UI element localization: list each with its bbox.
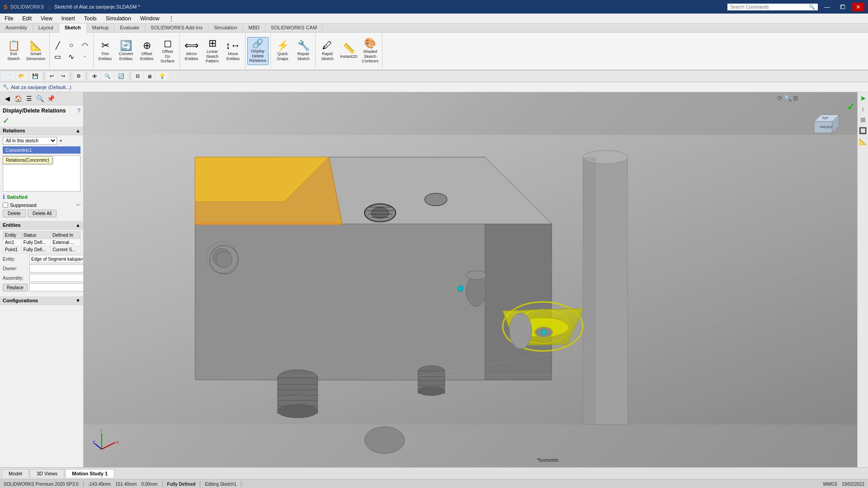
mirror-entities-btn[interactable]: ⟺ MirrorEntities [182,39,202,63]
view-cube-area[interactable]: FRONT TOP [803,97,844,138]
tb2-undo-btn[interactable]: ↩ [47,72,57,80]
tab-evaluate[interactable]: Evaluate [114,23,145,32]
filter-select[interactable]: All in this sketch Dangling Over Defined… [3,137,57,145]
accept-button[interactable]: ✓ [3,116,9,125]
menu-simulation[interactable]: Simulation [101,14,136,23]
viewport[interactable]: X Y Z *Isometric FRONT TOP [84,92,857,467]
tb2-display-btn[interactable]: 🖥 [144,72,155,80]
tab-sketch[interactable]: Sketch [59,23,87,33]
move-entities-btn[interactable]: ↕↔ MoveEntities [223,39,243,63]
tab-assembly[interactable]: Assembly [0,23,33,32]
tb2-view-btn[interactable]: 👁 [89,72,100,80]
svg-rect-18 [583,157,628,425]
right-icon-2[interactable]: ⊞ [859,115,867,124]
defined-point1: Current S... [51,246,80,253]
owner-field-value[interactable] [29,264,84,272]
tb2-new-btn[interactable]: 📄 [2,72,14,80]
display-delete-relations-icon: 🔗 [252,39,264,48]
smart-dimension-btn[interactable]: 📐 SmartDimension [24,39,47,63]
offset-on-surface-btn[interactable]: ◻ OffsetOnSurface [158,37,178,65]
assembly-field-value[interactable] [29,274,84,282]
delete-all-button[interactable]: Delete All [28,210,57,217]
menu-view[interactable]: View [36,14,57,23]
menu-file[interactable]: File [0,14,18,23]
offset-entities-btn[interactable]: ⊕ OffsetEntities [137,39,157,63]
menu-window[interactable]: Window [136,14,164,23]
tab-cam[interactable]: SOLIDWORKS CAM [265,23,323,32]
tab-mbd[interactable]: MBD [243,23,265,32]
tb2-rotate-btn[interactable]: 🔃 [115,72,127,80]
breadcrumb-item[interactable]: Alat za savijanje (Default...) [11,84,71,90]
menu-edit[interactable]: Edit [18,14,36,23]
panel-search-icon[interactable]: 🔍 [35,94,44,103]
configurations-section-header[interactable]: Configurations ▼ [0,296,83,305]
tab-addins[interactable]: SOLIDWORKS Add-Ins [145,23,208,32]
entities-section-header[interactable]: Entities ▲ [0,221,83,230]
tab-simulation[interactable]: Simulation [208,23,243,32]
entity-field-value[interactable] [29,255,84,263]
circle-btn[interactable]: ○ [65,40,78,51]
panel-title: Display/Delete Relations [3,108,66,114]
panel-list-icon[interactable]: ☰ [24,94,33,103]
delete-button[interactable]: Delete [3,210,26,217]
linear-sketch-pattern-btn[interactable]: ⊞ LinearSketchPattern [203,37,222,65]
relations-section-header[interactable]: Relations ▲ [0,127,83,135]
mirror-entities-label: MirrorEntities [185,52,198,61]
nav-icon-1[interactable]: ⟳ [777,94,783,102]
shaded-sketch-btn[interactable]: 🎨 ShadedSketchContours [360,37,381,65]
convert-entities-btn[interactable]: 🔄 ConvertEntities [116,39,136,63]
panel-back-icon[interactable]: ◀ [3,94,12,103]
status-row: ℹ Satisfied [3,193,80,200]
tab-markup[interactable]: Markup [87,23,115,32]
nav-icon-2[interactable]: 🔍 [784,94,792,102]
rect-btn[interactable]: ▭ [52,52,64,62]
tb2-zoom-btn[interactable]: 🔍 [101,72,114,80]
display-delete-relations-btn[interactable]: 🔗 DisplayDeleteRelations [247,37,269,65]
panel-pin-icon[interactable]: 📌 [46,94,55,103]
replace-field-value[interactable] [29,283,84,291]
rapid-sketch-btn[interactable]: 🖊 RapidSketch [317,39,337,63]
tb2-save-btn[interactable]: 💾 [29,72,42,80]
replace-button[interactable]: Replace [3,284,28,291]
help-icon[interactable]: ? [77,107,80,114]
exit-sketch-btn[interactable]: 📋 ExitSketch [4,39,24,63]
line-btn[interactable]: ╱ [52,40,64,51]
ribbon-group-snaps: ⚡ QuickSnaps 🔧 RepairSketch [271,33,316,69]
repair-sketch-btn[interactable]: 🔧 RepairSketch [293,39,313,63]
tb2-open-btn[interactable]: 📂 [15,72,28,80]
nav-icon-3[interactable]: ⊞ [793,94,798,102]
spline-btn[interactable]: ∿ [65,52,78,62]
minimize-button[interactable]: — [821,3,834,11]
tab-3dviews[interactable]: 3D Views [30,469,64,478]
close-button[interactable]: ✕ [852,3,864,11]
menu-more[interactable]: ⋮ [164,14,179,23]
tb2-options-btn[interactable]: ⚙ [73,72,84,80]
right-icon-1[interactable]: ↕ [860,104,865,113]
arc-btn[interactable]: ◠ [79,40,91,51]
tb2-section-btn[interactable]: ⊟ [132,72,143,80]
menu-insert[interactable]: Insert [57,14,80,23]
trim-entities-btn[interactable]: ✂ TrimEntities [95,39,115,63]
menu-tools[interactable]: Tools [80,14,101,23]
configurations-collapse-icon: ▼ [75,298,80,303]
tab-model[interactable]: Model [2,469,29,478]
right-icon-3[interactable]: 🔲 [858,126,868,135]
panel-home-icon[interactable]: 🏠 [14,94,23,103]
relation-item-concentric1[interactable]: Concentric1 [3,146,80,154]
tb2-lights-btn[interactable]: 💡 [156,72,169,80]
filter-row: All in this sketch Dangling Over Defined… [3,137,80,145]
maximize-button[interactable]: ⧠ [836,3,849,11]
right-icon-4[interactable]: 📐 [858,137,868,146]
point-btn[interactable]: · [79,52,91,62]
quick-snaps-btn[interactable]: ⚡ QuickSnaps [273,39,292,63]
table-row[interactable]: Arc1 Fully Defi... External ... [3,239,80,246]
right-arrow-icon[interactable]: ➤ [860,94,866,103]
search-input[interactable] [727,4,818,10]
instant2d-btn[interactable]: 📏 Instant2D [338,42,359,61]
suppressed-checkbox[interactable] [3,202,8,208]
tab-layout[interactable]: Layout [33,23,59,32]
tb2-redo-btn[interactable]: ↪ [58,72,68,80]
table-row[interactable]: Point1 Fully Defi... Current S... [3,246,80,253]
tab-motion-study[interactable]: Motion Study 1 [65,469,114,478]
replace-field-row: Replace [3,283,80,291]
